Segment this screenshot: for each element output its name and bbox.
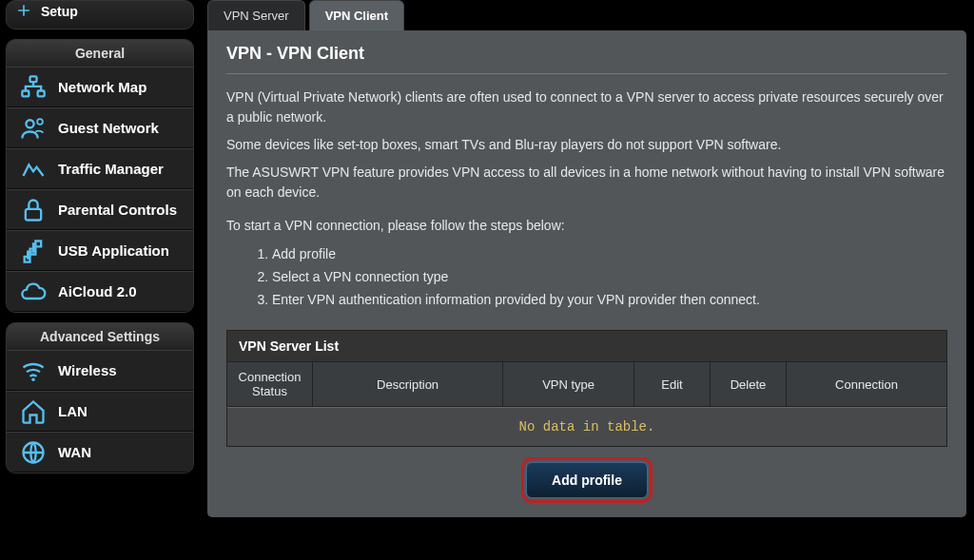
sidebar-item-label: Guest Network [58,120,159,136]
vpn-server-list-table: VPN Server List Connection Status Descri… [226,330,947,447]
sidebar-item-label: Parental Controls [58,202,177,218]
lock-icon [20,197,47,223]
sidebar-item-parental-controls[interactable]: Parental Controls [7,189,193,230]
page-title: VPN - VPN Client [226,44,947,74]
sidebar-section-general: General Network Map Guest Network Traffi… [6,39,194,313]
globe-icon [20,439,47,466]
svg-rect-2 [38,90,45,96]
tab-vpn-server[interactable]: VPN Server [207,0,305,30]
sidebar-item-label: USB Application [58,242,169,259]
sidebar-item-label: Network Map [58,79,146,95]
sidebar-item-label: LAN [58,403,88,419]
main-content: VPN Server VPN Client VPN - VPN Client V… [200,0,974,560]
svg-rect-0 [30,76,37,82]
th-edit: Edit [634,362,711,407]
sidebar-item-wireless[interactable]: Wireless [7,350,193,391]
svg-rect-5 [26,208,41,220]
th-vpn-type: VPN type [503,362,634,407]
sidebar-section-advanced: Advanced Settings Wireless LAN WAN [6,322,194,473]
svg-point-6 [31,377,35,381]
sidebar-item-aicloud[interactable]: AiCloud 2.0 [7,271,193,312]
th-connection-status: Connection Status [227,362,313,407]
sidebar-item-label: AiCloud 2.0 [58,283,137,299]
step-item: Select a VPN connection type [272,266,947,289]
sidebar-item-usb-application[interactable]: USB Application [7,230,193,271]
sidebar-header-advanced: Advanced Settings [7,323,193,350]
network-map-icon [20,74,47,101]
cloud-icon [20,279,47,305]
sidebar-item-lan[interactable]: LAN [7,391,193,432]
sidebar-item-traffic-manager[interactable]: Traffic Manager [7,148,193,189]
guest-network-icon [20,115,47,142]
table-title: VPN Server List [227,331,946,362]
sidebar-item-wan[interactable]: WAN [7,432,193,473]
svg-rect-1 [22,90,29,96]
traffic-manager-icon [20,156,47,183]
sidebar-item-label: Setup [41,4,78,19]
panel-vpn-client: VPN - VPN Client VPN (Virtual Private Ne… [207,30,966,517]
step-item: Add profile [272,243,947,266]
th-description: Description [313,362,503,407]
description-text: The ASUSWRT VPN feature provides VPN acc… [226,163,947,203]
sidebar-item-label: WAN [58,444,91,460]
table-empty-message: No data in table. [227,407,946,446]
home-icon [20,398,47,425]
sidebar: Setup General Network Map Guest Network [0,0,200,560]
sidebar-item-label: Traffic Manager [58,161,164,177]
steps-list: Add profile Select a VPN connection type… [272,243,947,311]
steps-intro: To start a VPN connection, please follow… [226,216,947,236]
th-delete: Delete [711,362,787,407]
table-header-row: Connection Status Description VPN type E… [227,362,946,407]
step-item: Enter VPN authentication information pro… [272,289,947,312]
sidebar-item-setup[interactable]: Setup [7,1,193,29]
sidebar-item-guest-network[interactable]: Guest Network [7,107,193,148]
sidebar-item-label: Wireless [58,362,117,378]
description-text: VPN (Virtual Private Network) clients ar… [226,87,947,127]
sidebar-item-network-map[interactable]: Network Map [7,67,193,107]
svg-point-4 [37,119,43,125]
tab-vpn-client[interactable]: VPN Client [309,0,404,30]
th-connection: Connection [787,362,946,407]
setup-icon [14,1,33,20]
add-profile-button[interactable]: Add profile [526,462,648,498]
svg-point-3 [26,120,33,127]
usb-application-icon [20,238,47,264]
tabs: VPN Server VPN Client [207,0,966,30]
description-text: Some devices like set-top boxes, smart T… [226,135,947,155]
wireless-icon [20,357,47,384]
sidebar-header-general: General [7,40,193,67]
